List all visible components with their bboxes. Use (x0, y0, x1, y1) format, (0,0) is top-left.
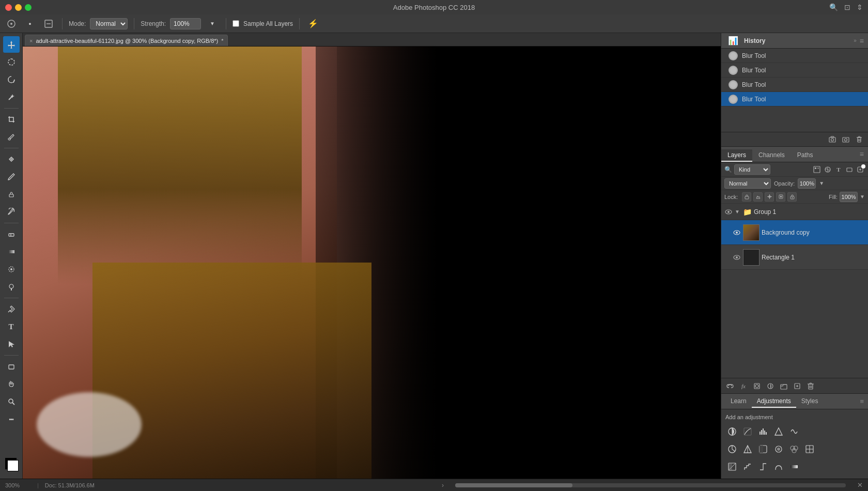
group-expand-arrow[interactable]: ▼ (735, 209, 740, 214)
close-button[interactable] (5, 4, 12, 11)
brush-size-dropdown[interactable] (4, 17, 19, 31)
marquee-tool[interactable] (3, 54, 20, 70)
adjustments-menu-btn[interactable]: ≡ (860, 397, 864, 405)
blend-mode-select[interactable]: Normal (724, 178, 771, 189)
arrange-icon[interactable]: ⇕ (857, 3, 863, 11)
history-brush-tool[interactable] (3, 204, 20, 220)
delete-layer-btn[interactable] (805, 380, 816, 392)
fill-input[interactable] (840, 192, 858, 202)
history-menu-btn[interactable]: ≡ (860, 37, 864, 45)
type-tool[interactable]: T (3, 318, 20, 335)
tab-paths[interactable]: Paths (791, 149, 819, 162)
options-extra-btn[interactable]: ⚡ (306, 17, 320, 31)
path-select-tool[interactable] (3, 336, 20, 352)
kind-filter-select[interactable]: Kind (734, 164, 770, 175)
history-collapse-btn[interactable]: » (854, 38, 857, 43)
channelmixer-adj[interactable] (787, 442, 801, 456)
filter-type-icon[interactable]: T (834, 165, 843, 174)
minimize-button[interactable] (15, 4, 22, 11)
brush-tool[interactable] (3, 168, 20, 185)
new-group-btn[interactable] (778, 380, 789, 392)
mode-select[interactable]: Normal (90, 18, 128, 29)
crop-tool[interactable] (3, 111, 20, 128)
document-tab[interactable]: × adult-attractive-beautiful-61120.jpg @… (25, 35, 228, 46)
invert-adj[interactable] (725, 460, 739, 473)
layer-effects-btn[interactable]: fx (738, 380, 749, 392)
strength-input[interactable] (170, 18, 201, 29)
lasso-tool[interactable] (3, 71, 20, 88)
lock-all-btn[interactable] (787, 192, 797, 202)
lock-image-btn[interactable] (753, 192, 763, 202)
lock-position-btn[interactable] (765, 192, 774, 202)
layer-group-row[interactable]: ▼ 📁 Group 1 (721, 204, 868, 220)
delete-history-btn[interactable] (854, 134, 865, 145)
magic-wand-tool[interactable] (3, 89, 20, 105)
search-icon[interactable]: 🔍 (829, 3, 838, 11)
colorlookup-adj[interactable] (803, 442, 816, 456)
link-layers-btn[interactable] (724, 380, 736, 392)
tab-layers[interactable]: Layers (721, 149, 752, 162)
zoom-tool[interactable] (3, 393, 20, 410)
camera-btn[interactable] (840, 134, 851, 145)
tab-close-icon[interactable]: × (29, 38, 33, 44)
threshold-adj[interactable] (756, 460, 770, 473)
brightness-contrast-adj[interactable] (725, 425, 739, 438)
filter-pixel-icon[interactable] (812, 165, 822, 174)
tab-channels[interactable]: Channels (752, 149, 791, 162)
opacity-arrow[interactable]: ▼ (819, 180, 824, 186)
lock-artboard-btn[interactable] (776, 192, 785, 202)
fill-arrow[interactable]: ▼ (860, 194, 865, 200)
scrollbar-thumb[interactable] (455, 483, 572, 487)
vibrance-adj[interactable] (787, 425, 801, 438)
tab-styles[interactable]: Styles (796, 395, 824, 408)
stamp-tool[interactable] (3, 186, 20, 203)
canvas[interactable] (23, 47, 721, 479)
eyedropper-tool[interactable] (3, 129, 20, 145)
layer-visibility-eye[interactable] (733, 253, 741, 262)
hand-tool[interactable] (3, 376, 20, 392)
gradientmap-adj[interactable] (787, 460, 801, 473)
dodge-tool[interactable] (3, 279, 20, 295)
gradient-tool[interactable] (3, 243, 20, 260)
pen-tool[interactable] (3, 301, 20, 317)
lock-transparent-btn[interactable] (742, 192, 751, 202)
layers-menu-btn[interactable]: ≡ (860, 150, 864, 158)
screen-icon[interactable]: ⊡ (844, 3, 850, 11)
history-item[interactable]: Blur Tool (721, 78, 868, 92)
move-tool[interactable] (3, 36, 20, 53)
blur-tool[interactable] (3, 261, 20, 278)
background-color[interactable] (7, 460, 19, 471)
levels-adj[interactable] (756, 425, 770, 438)
filter-shape-icon[interactable] (845, 165, 854, 174)
maximize-button[interactable] (25, 4, 32, 11)
close-doc-btn[interactable]: ✕ (857, 481, 863, 489)
opacity-input[interactable] (798, 178, 816, 189)
extras-tool[interactable]: ••• (3, 411, 20, 427)
new-layer-btn[interactable] (792, 380, 803, 392)
horizontal-scrollbar[interactable] (455, 483, 846, 487)
background-copy-layer-row[interactable]: Background copy (721, 220, 868, 245)
bw-adj[interactable] (756, 442, 770, 456)
curves-adj[interactable] (741, 425, 754, 438)
add-mask-btn[interactable] (751, 380, 763, 392)
colorbalance-adj[interactable] (741, 442, 754, 456)
sample-layers-checkbox[interactable] (233, 20, 239, 27)
heal-tool[interactable] (3, 151, 20, 167)
shape-tool[interactable] (3, 358, 20, 375)
brush-type-select[interactable] (41, 17, 56, 31)
tab-learn[interactable]: Learn (725, 395, 752, 408)
strength-arrow[interactable]: ▼ (205, 17, 220, 31)
hsl-adj[interactable] (725, 442, 739, 456)
brush-size-small[interactable]: ● (23, 17, 37, 31)
eraser-tool[interactable] (3, 226, 20, 242)
history-item-active[interactable]: Blur Tool (721, 92, 868, 106)
posterize-adj[interactable] (741, 460, 754, 473)
filter-adj-icon[interactable] (823, 165, 832, 174)
selectivecolor-adj[interactable] (772, 460, 785, 473)
rectangle-layer-row[interactable]: Rectangle 1 (721, 245, 868, 270)
status-arrow[interactable]: › (442, 482, 444, 489)
history-item[interactable]: Blur Tool (721, 63, 868, 78)
exposure-adj[interactable] (772, 425, 785, 438)
tab-adjustments[interactable]: Adjustments (752, 395, 796, 408)
sample-layers-label[interactable]: Sample All Layers (243, 20, 293, 27)
